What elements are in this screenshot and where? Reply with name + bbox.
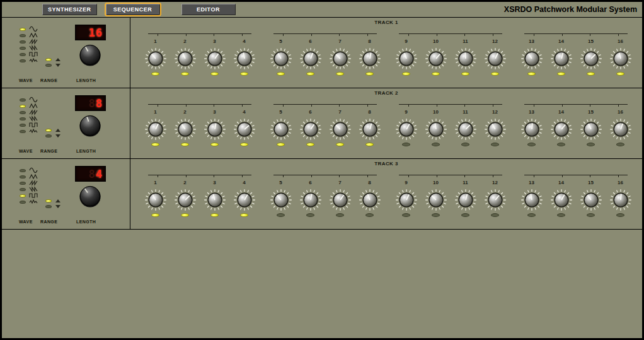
wave-option-triangle[interactable] (20, 173, 38, 180)
wave-option-noise[interactable] (20, 57, 38, 64)
track2-step-knob-2[interactable] (175, 119, 196, 140)
step-number-15: 15 (576, 180, 606, 188)
range-leds (45, 129, 52, 138)
track1-step-knob-15[interactable] (580, 48, 602, 69)
editor-tab[interactable]: EDITOR (181, 4, 236, 15)
track2-step-knob-9[interactable] (396, 119, 417, 140)
track1-step-knob-9[interactable] (396, 48, 417, 69)
track1-step-knob-10[interactable] (425, 48, 447, 69)
wave-led (20, 34, 26, 37)
wave-option-square[interactable] (20, 122, 38, 128)
track3-step-knob-12[interactable] (485, 189, 506, 211)
track-3: 884 WAVE RANGE LENGTH TRACK 3 1234 5678 … (2, 159, 642, 230)
wave-option-triangle[interactable] (20, 32, 38, 38)
track2-step-knob-10[interactable] (425, 119, 447, 140)
track1-step-knob-12[interactable] (485, 48, 506, 69)
range-down-button[interactable] (55, 64, 60, 67)
wave-label: WAVE (19, 149, 33, 153)
wave-option-triangle[interactable] (20, 103, 38, 109)
track1-step-knob-11[interactable] (455, 48, 476, 69)
track3-step-knob-14[interactable] (551, 189, 572, 211)
track1-step-knob-4[interactable] (234, 48, 255, 69)
track2-step-knob-3[interactable] (204, 119, 226, 140)
range-up-button[interactable] (55, 199, 60, 202)
range-label: RANGE (40, 149, 57, 153)
track2-step-knob-6[interactable] (300, 119, 321, 140)
track3-step-knob-11[interactable] (455, 189, 476, 211)
track1-step-led-12 (491, 72, 499, 76)
track3-step-knob-10[interactable] (425, 189, 447, 211)
range-led-high (45, 129, 52, 132)
wave-option-saw-down[interactable] (20, 115, 38, 122)
track2-step-knob-14[interactable] (551, 119, 572, 140)
track2-step-knob-1[interactable] (145, 119, 166, 140)
track1-step-knob-3[interactable] (204, 48, 226, 69)
length-knob[interactable] (78, 184, 102, 211)
track1-step-led-4 (240, 72, 248, 76)
wave-option-saw-down[interactable] (20, 186, 38, 192)
track2-steps: TRACK 2 1234 5678 9101112 13141516 (130, 88, 642, 158)
track2-step-knob-7[interactable] (330, 119, 351, 140)
track3-step-knob-6[interactable] (300, 189, 321, 211)
range-steppers (55, 129, 60, 138)
wave-option-noise[interactable] (20, 128, 38, 134)
wave-option-sine[interactable] (20, 26, 38, 32)
track3-step-knob-16[interactable] (610, 189, 631, 211)
track2-step-knob-13[interactable] (521, 119, 543, 140)
track3-step-led-16 (616, 213, 624, 217)
track1-step-knob-8[interactable] (359, 48, 381, 69)
track3-step-knob-15[interactable] (580, 189, 602, 211)
track1-step-knob-1[interactable] (145, 48, 166, 69)
track3-step-led-7 (336, 213, 344, 217)
step-number-1: 1 (141, 180, 170, 188)
wave-option-sine[interactable] (20, 167, 38, 173)
range-down-button[interactable] (55, 205, 60, 208)
wave-option-saw-up[interactable] (20, 109, 38, 115)
step-group-3: 9101112 (391, 33, 510, 76)
track1-step-knob-7[interactable] (330, 48, 351, 69)
track3-step-knob-4[interactable] (234, 189, 255, 211)
wave-option-saw-up[interactable] (20, 180, 38, 186)
track2-step-knob-11[interactable] (455, 119, 476, 140)
track2-step-knob-15[interactable] (580, 119, 602, 140)
track1-step-knob-16[interactable] (610, 48, 631, 69)
square-wave-icon (29, 192, 38, 199)
range-led-low (45, 64, 52, 67)
wave-label: WAVE (19, 78, 33, 83)
track2-step-knob-12[interactable] (485, 119, 506, 140)
track3-step-knob-1[interactable] (145, 189, 166, 211)
sequencer-tab[interactable]: SEQUENCER (106, 4, 160, 15)
track3-step-knob-8[interactable] (359, 189, 381, 211)
track2-step-knob-8[interactable] (359, 119, 381, 140)
wave-option-sine[interactable] (20, 97, 38, 103)
wave-option-saw-down[interactable] (20, 45, 38, 51)
length-knob[interactable] (78, 114, 102, 140)
track1-step-knob-2[interactable] (175, 48, 196, 69)
track1-step-knob-6[interactable] (300, 48, 321, 69)
track1-step-knob-5[interactable] (270, 48, 292, 69)
track3-step-knob-3[interactable] (204, 189, 226, 211)
range-down-button[interactable] (55, 134, 60, 138)
track-title: TRACK 1 (130, 20, 642, 25)
track-title: TRACK 2 (130, 90, 642, 96)
track3-step-knob-5[interactable] (270, 189, 292, 211)
wave-option-noise[interactable] (20, 199, 38, 205)
range-up-button[interactable] (55, 129, 60, 132)
synthesizer-tab[interactable]: SYNTHESIZER (42, 4, 97, 15)
track2-step-knob-5[interactable] (270, 119, 292, 140)
track3-step-knob-13[interactable] (521, 189, 543, 211)
track1-step-led-16 (616, 72, 624, 76)
track2-step-knob-16[interactable] (610, 119, 631, 140)
range-up-button[interactable] (55, 58, 60, 61)
track3-step-knob-9[interactable] (396, 189, 417, 211)
track3-step-knob-7[interactable] (330, 189, 351, 211)
wave-option-saw-up[interactable] (20, 38, 38, 45)
wave-option-square[interactable] (20, 51, 38, 57)
track1-step-knob-14[interactable] (551, 48, 572, 69)
length-knob[interactable] (78, 43, 102, 69)
wave-option-square[interactable] (20, 192, 38, 199)
track3-control-panel: 884 WAVE RANGE LENGTH (2, 159, 130, 229)
track1-step-knob-13[interactable] (521, 48, 543, 69)
track2-step-knob-4[interactable] (234, 119, 255, 140)
track3-step-knob-2[interactable] (175, 189, 196, 211)
